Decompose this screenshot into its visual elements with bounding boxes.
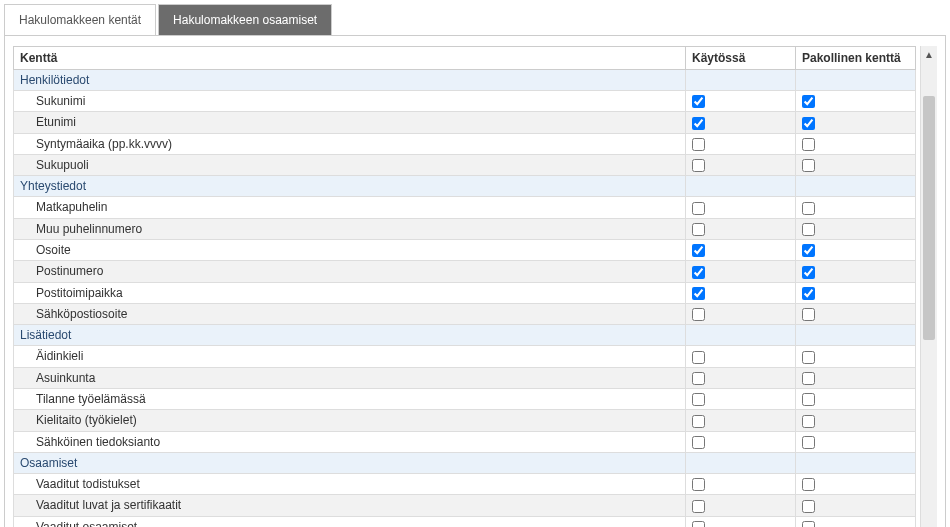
- field-label: Kielitaito (työkielet): [14, 410, 686, 431]
- tab-competences[interactable]: Hakulomakkeen osaamiset: [158, 4, 332, 35]
- field-label: Sähköinen tiedoksianto: [14, 431, 686, 452]
- mandatory-checkbox[interactable]: [802, 266, 815, 279]
- section-cell: [796, 325, 916, 346]
- section-cell: [686, 176, 796, 197]
- mandatory-cell: [796, 516, 916, 527]
- in-use-cell: [686, 218, 796, 239]
- field-label: Tilanne työelämässä: [14, 388, 686, 409]
- section-cell: [796, 70, 916, 91]
- tab-fields[interactable]: Hakulomakkeen kentät: [4, 4, 156, 35]
- col-header-mandatory: Pakollinen kenttä: [796, 47, 916, 70]
- mandatory-checkbox[interactable]: [802, 415, 815, 428]
- table-row: Osoite: [14, 239, 916, 260]
- table-row: Äidinkieli: [14, 346, 916, 367]
- in-use-checkbox[interactable]: [692, 223, 705, 236]
- field-label: Vaaditut todistukset: [14, 473, 686, 494]
- mandatory-cell: [796, 112, 916, 133]
- section-header: Henkilötiedot: [14, 70, 916, 91]
- mandatory-checkbox[interactable]: [802, 138, 815, 151]
- mandatory-checkbox[interactable]: [802, 287, 815, 300]
- mandatory-cell: [796, 239, 916, 260]
- table-row: Asuinkunta: [14, 367, 916, 388]
- in-use-checkbox[interactable]: [692, 478, 705, 491]
- section-label: Yhteystiedot: [14, 176, 686, 197]
- section-header: Osaamiset: [14, 452, 916, 473]
- section-cell: [686, 325, 796, 346]
- in-use-checkbox[interactable]: [692, 117, 705, 130]
- field-label: Etunimi: [14, 112, 686, 133]
- mandatory-checkbox[interactable]: [802, 308, 815, 321]
- mandatory-checkbox[interactable]: [802, 372, 815, 385]
- in-use-checkbox[interactable]: [692, 138, 705, 151]
- section-label: Henkilötiedot: [14, 70, 686, 91]
- field-label: Muu puhelinnumero: [14, 218, 686, 239]
- in-use-cell: [686, 367, 796, 388]
- in-use-cell: [686, 197, 796, 218]
- mandatory-checkbox[interactable]: [802, 500, 815, 513]
- in-use-checkbox[interactable]: [692, 415, 705, 428]
- in-use-cell: [686, 473, 796, 494]
- in-use-checkbox[interactable]: [692, 436, 705, 449]
- mandatory-checkbox[interactable]: [802, 95, 815, 108]
- table-row: Kielitaito (työkielet): [14, 410, 916, 431]
- mandatory-checkbox[interactable]: [802, 521, 815, 527]
- in-use-checkbox[interactable]: [692, 266, 705, 279]
- mandatory-checkbox[interactable]: [802, 393, 815, 406]
- scroll-thumb[interactable]: [923, 96, 935, 340]
- mandatory-checkbox[interactable]: [802, 159, 815, 172]
- field-label: Osoite: [14, 239, 686, 260]
- mandatory-checkbox[interactable]: [802, 117, 815, 130]
- in-use-checkbox[interactable]: [692, 202, 705, 215]
- mandatory-cell: [796, 154, 916, 175]
- in-use-cell: [686, 431, 796, 452]
- in-use-checkbox[interactable]: [692, 244, 705, 257]
- scroll-track[interactable]: [921, 63, 937, 527]
- in-use-cell: [686, 91, 796, 112]
- mandatory-cell: [796, 91, 916, 112]
- mandatory-cell: [796, 261, 916, 282]
- in-use-cell: [686, 261, 796, 282]
- in-use-cell: [686, 282, 796, 303]
- mandatory-checkbox[interactable]: [802, 202, 815, 215]
- in-use-checkbox[interactable]: [692, 159, 705, 172]
- table-row: Vaaditut luvat ja sertifikaatit: [14, 495, 916, 516]
- mandatory-checkbox[interactable]: [802, 436, 815, 449]
- section-label: Osaamiset: [14, 452, 686, 473]
- field-label: Asuinkunta: [14, 367, 686, 388]
- in-use-cell: [686, 133, 796, 154]
- section-cell: [686, 70, 796, 91]
- in-use-checkbox[interactable]: [692, 393, 705, 406]
- in-use-cell: [686, 112, 796, 133]
- in-use-checkbox[interactable]: [692, 500, 705, 513]
- col-header-field: Kenttä: [14, 47, 686, 70]
- table-row: Sähköpostiosoite: [14, 303, 916, 324]
- mandatory-checkbox[interactable]: [802, 478, 815, 491]
- in-use-checkbox[interactable]: [692, 308, 705, 321]
- vertical-scrollbar[interactable]: ▲ ▼: [920, 46, 937, 527]
- in-use-cell: [686, 346, 796, 367]
- field-label: Sukupuoli: [14, 154, 686, 175]
- in-use-checkbox[interactable]: [692, 287, 705, 300]
- in-use-checkbox[interactable]: [692, 372, 705, 385]
- mandatory-cell: [796, 218, 916, 239]
- table-row: Vaaditut todistukset: [14, 473, 916, 494]
- tab-bar: Hakulomakkeen kentät Hakulomakkeen osaam…: [4, 4, 946, 35]
- field-label: Sukunimi: [14, 91, 686, 112]
- in-use-checkbox[interactable]: [692, 521, 705, 527]
- in-use-checkbox[interactable]: [692, 95, 705, 108]
- table-row: Sukunimi: [14, 91, 916, 112]
- mandatory-checkbox[interactable]: [802, 351, 815, 364]
- in-use-checkbox[interactable]: [692, 351, 705, 364]
- field-label: Postitoimipaikka: [14, 282, 686, 303]
- in-use-cell: [686, 154, 796, 175]
- in-use-cell: [686, 495, 796, 516]
- mandatory-cell: [796, 282, 916, 303]
- mandatory-checkbox[interactable]: [802, 223, 815, 236]
- in-use-cell: [686, 516, 796, 527]
- section-label: Lisätiedot: [14, 325, 686, 346]
- field-label: Matkapuhelin: [14, 197, 686, 218]
- mandatory-checkbox[interactable]: [802, 244, 815, 257]
- field-label: Sähköpostiosoite: [14, 303, 686, 324]
- scroll-up-icon[interactable]: ▲: [921, 46, 937, 63]
- in-use-cell: [686, 388, 796, 409]
